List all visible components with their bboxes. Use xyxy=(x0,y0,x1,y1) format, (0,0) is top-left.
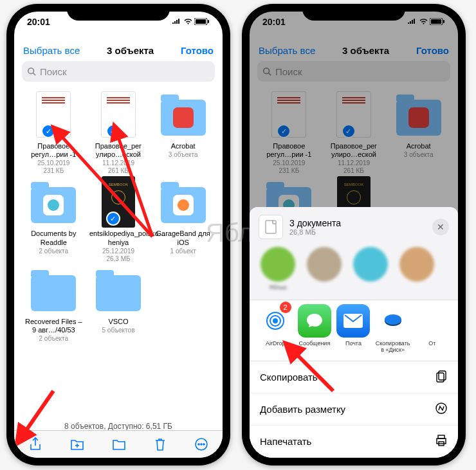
sheet-title: 3 документа xyxy=(289,218,341,228)
notch xyxy=(302,4,405,21)
airdrop-contacts: Яблык xyxy=(250,247,458,300)
svg-point-8 xyxy=(203,444,205,445)
contact[interactable] xyxy=(305,247,343,291)
file-name: Правовое_рег улиро…еской xyxy=(89,142,147,159)
file-item[interactable]: Documents by Readdle2 объекта xyxy=(23,177,84,262)
add-folder-icon[interactable] xyxy=(70,438,84,451)
move-icon[interactable] xyxy=(112,438,126,451)
svg-rect-24 xyxy=(439,371,446,380)
svg-rect-27 xyxy=(438,435,444,438)
svg-rect-28 xyxy=(437,438,446,444)
notch xyxy=(67,4,170,21)
more-icon[interactable] xyxy=(194,437,208,451)
file-name: Documents by Readdle xyxy=(24,230,82,246)
file-name: entsiklopediya_poisko…heniya xyxy=(89,230,147,246)
share-apps: AirDrop2СообщенияПочтаСкопировать в «Дис… xyxy=(250,300,458,361)
nav-title: 3 объекта xyxy=(107,45,154,56)
svg-point-6 xyxy=(198,444,199,445)
share-app-Почта[interactable]: Почта xyxy=(336,304,371,353)
contact[interactable] xyxy=(351,247,390,291)
share-sheet: 3 документа 26,8 МБ ✕ Яблык AirDrop2Сооб… xyxy=(250,207,458,458)
file-item[interactable]: Acrobat3 объекта xyxy=(152,89,214,174)
action-markup[interactable]: Добавить разметку xyxy=(250,393,458,426)
close-icon[interactable]: ✕ xyxy=(432,219,449,235)
signal-icon xyxy=(172,19,182,25)
file-name: Правовое регул…рии -1 xyxy=(24,142,82,159)
action-copy[interactable]: Скопировать xyxy=(250,361,458,393)
file-name: Acrobat xyxy=(171,142,196,150)
action-print[interactable]: Напечатать xyxy=(250,426,458,458)
file-item[interactable]: Recovered Files – 9 авг…/40/532 объекта xyxy=(23,265,84,342)
share-app-Скопировать в «Диск»[interactable]: Скопировать в «Диск» xyxy=(376,304,410,353)
sheet-subtitle: 26,8 МБ xyxy=(289,228,341,236)
trash-icon[interactable] xyxy=(154,437,167,451)
svg-rect-1 xyxy=(196,19,206,24)
toolbar xyxy=(14,430,223,458)
nav-bar: Выбрать все 3 объекта Готово xyxy=(14,42,223,61)
search-icon xyxy=(27,67,36,76)
share-app-AirDrop[interactable]: AirDrop2 xyxy=(259,304,293,353)
file-name: VSCO xyxy=(108,318,128,326)
svg-point-7 xyxy=(201,444,202,445)
file-item[interactable]: SEMBOOK✓entsiklopediya_poisko…heniya25.1… xyxy=(88,177,149,262)
select-all-button[interactable]: Выбрать все xyxy=(23,45,80,56)
share-app-От[interactable]: От xyxy=(415,304,449,353)
contact[interactable] xyxy=(398,247,436,291)
phone-left: 20:01 Выбрать все 3 объекта Готово Поиск… xyxy=(6,4,230,465)
file-name: Recovered Files – 9 авг…/40/53 xyxy=(24,318,82,334)
file-item[interactable]: ✓Правовое регул…рии -125.10.2019231 КБ xyxy=(23,89,84,174)
svg-rect-2 xyxy=(208,20,209,23)
wifi-icon xyxy=(183,18,193,25)
share-actions: СкопироватьДобавить разметкуНапечатать xyxy=(250,361,458,458)
file-name: GarageBand для iOS xyxy=(154,230,212,246)
search-field[interactable]: Поиск xyxy=(22,61,215,82)
phone-right: 20:01 Выбрать все 3 объекта Готово Поиск… xyxy=(242,4,466,465)
selected-check-icon: ✓ xyxy=(106,124,120,138)
sheet-doc-icon xyxy=(259,215,283,239)
svg-point-23 xyxy=(385,314,401,325)
print-icon xyxy=(435,434,448,449)
footer-status: 8 объектов, Доступно: 6,51 ГБ xyxy=(14,422,223,431)
badge: 2 xyxy=(280,302,291,313)
copy-icon xyxy=(435,370,448,384)
svg-rect-25 xyxy=(437,373,444,382)
share-app-Сообщения[interactable]: Сообщения xyxy=(298,304,332,353)
share-icon[interactable] xyxy=(28,437,42,452)
svg-point-3 xyxy=(28,68,34,74)
file-grid: ✓Правовое регул…рии -125.10.2019231 КБ✓П… xyxy=(14,89,223,342)
battery-icon xyxy=(194,18,210,25)
file-item[interactable]: GarageBand для iOS1 объект xyxy=(152,177,214,262)
file-item[interactable]: ✓Правовое_рег улиро…еской11.12.2019261 К… xyxy=(88,89,149,174)
svg-rect-17 xyxy=(266,221,276,233)
svg-line-4 xyxy=(33,73,36,76)
done-button[interactable]: Готово xyxy=(181,45,214,56)
contact[interactable]: Яблык xyxy=(259,247,297,291)
clock: 20:01 xyxy=(27,17,50,27)
svg-point-18 xyxy=(273,318,278,323)
file-item[interactable]: VSCO5 объектов xyxy=(88,265,149,342)
markup-icon xyxy=(435,402,448,417)
